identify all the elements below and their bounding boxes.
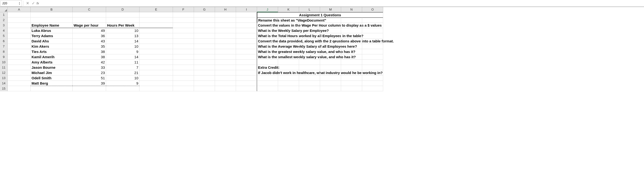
cell-H3[interactable] (215, 23, 236, 28)
row-header-4[interactable]: 4 (0, 28, 8, 33)
assignment-title[interactable]: Assignment 1 Questions (257, 12, 383, 18)
cell-B1[interactable] (30, 12, 72, 18)
cell-G12[interactable] (194, 70, 215, 75)
cell-O12[interactable] (362, 70, 383, 75)
cell-A7[interactable] (8, 44, 30, 49)
extra-credit-q[interactable]: If Jacob didn't work in healthcare, what… (257, 70, 278, 75)
cell-H15[interactable] (215, 86, 236, 91)
cell-A15[interactable] (8, 86, 30, 91)
cell-D2[interactable] (106, 18, 140, 23)
cell-A13[interactable] (8, 75, 30, 81)
cell-N12[interactable] (341, 70, 362, 75)
cell-G15[interactable] (194, 86, 215, 91)
cell-I10[interactable] (236, 60, 257, 65)
cell-K13[interactable] (278, 75, 299, 81)
cell-H2[interactable] (215, 18, 236, 23)
col-header-C[interactable]: C (72, 7, 106, 12)
cell-H8[interactable] (215, 49, 236, 54)
cell-K12[interactable] (278, 70, 299, 75)
cell-E3[interactable] (140, 23, 173, 28)
cell-A6[interactable] (8, 39, 30, 44)
emp-1-name[interactable]: Terry Adams (30, 33, 72, 39)
col-header-G[interactable]: G (194, 7, 215, 12)
cell-O14[interactable] (362, 81, 383, 86)
assignment-q3[interactable]: What is the Weekly Salary per Employee? (257, 28, 278, 33)
cell-G4[interactable] (194, 28, 215, 33)
row-header-14[interactable]: 14 (0, 81, 8, 86)
cell-A10[interactable] (8, 60, 30, 65)
cell-L7[interactable] (299, 44, 320, 49)
cell-G10[interactable] (194, 60, 215, 65)
cell-I3[interactable] (236, 23, 257, 28)
cell-A1[interactable] (8, 12, 30, 18)
cell-E12[interactable] (140, 70, 173, 75)
emp-0-name[interactable]: Luka Abrus (30, 28, 72, 33)
cell-N8[interactable] (341, 49, 362, 54)
row-header-5[interactable]: 5 (0, 33, 8, 39)
cell-I12[interactable] (236, 70, 257, 75)
col-header-L[interactable]: L (299, 7, 320, 12)
row-header-11[interactable]: 11 (0, 65, 8, 70)
cell-F13[interactable] (173, 75, 194, 81)
cell-G1[interactable] (194, 12, 215, 18)
cell-N9[interactable] (341, 54, 362, 60)
cell-C15[interactable] (72, 86, 106, 91)
cell-O10[interactable] (362, 60, 383, 65)
cell-H4[interactable] (215, 28, 236, 33)
cell-L8[interactable] (299, 49, 320, 54)
cell-G8[interactable] (194, 49, 215, 54)
cell-N7[interactable] (341, 44, 362, 49)
emp-4-wage[interactable]: 38 (72, 49, 106, 54)
cell-L11[interactable] (299, 65, 320, 70)
cell-A9[interactable] (8, 54, 30, 60)
cell-O7[interactable] (362, 44, 383, 49)
cell-M4[interactable] (320, 28, 341, 33)
emp-5-name[interactable]: Kamil Amerih (30, 54, 72, 60)
row-header-3[interactable]: 3 (0, 23, 8, 28)
cell-E1[interactable] (140, 12, 173, 18)
cell-G2[interactable] (194, 18, 215, 23)
col-header-A[interactable]: A (8, 7, 30, 12)
row-header-9[interactable]: 9 (0, 54, 8, 60)
cell-H6[interactable] (215, 39, 236, 44)
assignment-q6[interactable]: What is the Average Weekly Salary of all… (257, 44, 278, 49)
cell-L10[interactable] (299, 60, 320, 65)
col-header-M[interactable]: M (320, 7, 341, 12)
cell-M5[interactable] (320, 33, 341, 39)
cell-A3[interactable] (8, 23, 30, 28)
cell-I5[interactable] (236, 33, 257, 39)
fx-icon[interactable]: fx (36, 2, 39, 5)
cell-J14[interactable] (257, 81, 278, 86)
emp-10-name[interactable]: Matt Berg (30, 81, 72, 86)
extra-credit-label[interactable]: Extra Credit: (257, 65, 278, 70)
cell-M15[interactable] (320, 86, 341, 91)
cell-I14[interactable] (236, 81, 257, 86)
cell-I13[interactable] (236, 75, 257, 81)
cell-B2[interactable] (30, 18, 72, 23)
cell-M10[interactable] (320, 60, 341, 65)
cell-E5[interactable] (140, 33, 173, 39)
cell-D15[interactable] (106, 86, 140, 91)
assignment-q4[interactable]: What is the Total Hours worked by all Em… (257, 33, 278, 39)
cell-O6[interactable] (362, 39, 383, 44)
cell-L6[interactable] (299, 39, 320, 44)
cell-E8[interactable] (140, 49, 173, 54)
cell-N3[interactable] (341, 23, 362, 28)
col-header-I[interactable]: I (236, 7, 257, 12)
cell-K10[interactable] (278, 60, 299, 65)
cell-H9[interactable] (215, 54, 236, 60)
cell-F4[interactable] (173, 28, 194, 33)
cell-M6[interactable] (320, 39, 341, 44)
cell-F9[interactable] (173, 54, 194, 60)
chevron-down-icon[interactable]: ▼ (19, 3, 20, 5)
cell-L2[interactable] (299, 18, 320, 23)
emp-0-hours[interactable]: 10 (106, 28, 140, 33)
cell-L3[interactable] (299, 23, 320, 28)
emp-6-wage[interactable]: 42 (72, 60, 106, 65)
cell-G9[interactable] (194, 54, 215, 60)
emp-4-hours[interactable]: 9 (106, 49, 140, 54)
cell-K14[interactable] (278, 81, 299, 86)
cell-M3[interactable] (320, 23, 341, 28)
cell-M12[interactable] (320, 70, 341, 75)
cell-L4[interactable] (299, 28, 320, 33)
